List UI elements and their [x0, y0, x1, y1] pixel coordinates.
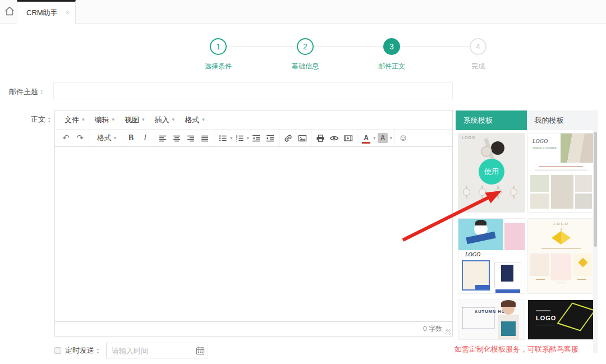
rich-text-editor: 文件 ▾ 编辑 ▾ 视图 ▾ 插入 ▾ 格式 ▾ ↶ ↷ — [54, 110, 453, 337]
menu-view[interactable]: 视图 ▾ — [120, 110, 150, 129]
home-icon — [4, 6, 15, 19]
schedule-checkbox[interactable] — [54, 347, 61, 354]
neon-triangle-graphic — [557, 302, 594, 331]
indent-button[interactable] — [263, 131, 277, 145]
chevron-down-icon[interactable]: ▾ — [373, 136, 376, 141]
chevron-down-icon: ▾ — [142, 117, 145, 122]
bold-button[interactable]: B — [124, 131, 138, 145]
template-logo-text: LOGO — [536, 315, 556, 321]
time-input[interactable] — [106, 343, 208, 358]
background-color-button[interactable]: A — [376, 131, 390, 145]
chevron-down-icon[interactable]: ▾ — [230, 136, 233, 141]
calendar-icon[interactable] — [196, 346, 205, 357]
align-left-button[interactable] — [156, 131, 170, 145]
align-right-button[interactable] — [184, 131, 198, 145]
photo-block — [575, 175, 592, 192]
photo-block — [561, 133, 594, 163]
numbered-list-icon — [236, 134, 244, 142]
step-3-circle: 3 — [383, 38, 400, 55]
chevron-down-icon: ▾ — [82, 117, 85, 122]
photo-block — [536, 279, 545, 280]
template-logo-text: LOGO — [528, 222, 594, 226]
block-format-dropdown[interactable]: 格式 ▾ — [91, 131, 120, 145]
menu-format-label: 格式 — [185, 115, 199, 125]
template-thumb-dark-neon[interactable]: LOGO — [528, 300, 594, 339]
editor-menubar: 文件 ▾ 编辑 ▾ 视图 ▾ 插入 ▾ 格式 ▾ — [55, 110, 452, 129]
image-icon — [298, 134, 307, 142]
tab-system-templates[interactable]: 系统模板 — [456, 110, 527, 130]
undo-button[interactable]: ↶ — [59, 131, 73, 145]
step-connector — [227, 47, 297, 47]
text-color-swatch — [362, 142, 370, 144]
chevron-down-icon: ▾ — [202, 117, 205, 122]
print-button[interactable] — [313, 131, 327, 145]
watch-image — [494, 188, 502, 196]
photo-block — [530, 175, 549, 192]
redo-button[interactable]: ↷ — [73, 131, 87, 145]
insert-media-button[interactable] — [341, 131, 355, 145]
tab-crm-assistant[interactable]: CRM助手 × — [17, 0, 76, 24]
template-thumb-autumn-hot[interactable]: AUTUMN HOT — [458, 300, 525, 339]
schedule-label: 定时发送： — [65, 345, 102, 356]
outdent-button[interactable] — [249, 131, 263, 145]
template-thumb-watches[interactable]: LOGO 使用 — [458, 133, 525, 212]
bullet-list-button[interactable] — [216, 131, 230, 145]
step-3-number: 3 — [389, 42, 394, 51]
italic-button[interactable]: I — [138, 131, 152, 145]
photo-block — [501, 265, 513, 282]
template-panel-tabs: 系统模板 我的模板 — [456, 110, 598, 130]
redo-icon: ↷ — [76, 133, 84, 143]
step-connector — [314, 47, 383, 47]
menu-format[interactable]: 格式 ▾ — [180, 110, 210, 129]
panel-scrollbar-thumb[interactable] — [594, 132, 597, 247]
menu-file[interactable]: 文件 ▾ — [59, 110, 90, 129]
text-color-button[interactable]: A — [359, 131, 373, 145]
indent-icon — [266, 134, 274, 142]
menu-insert-label: 插入 — [155, 115, 169, 125]
watch-image — [481, 146, 492, 157]
align-left-icon — [159, 134, 167, 142]
template-thumb-spring-fashion[interactable]: LOGO SPRING & SUMMER — [528, 133, 594, 212]
align-center-button[interactable] — [170, 131, 184, 145]
photo-block — [577, 279, 586, 280]
browser-tab-bar: CRM助手 × — [0, 0, 606, 24]
watch-image — [479, 188, 486, 196]
step-4-number: 4 — [476, 42, 480, 51]
bullet-list-icon — [219, 134, 227, 142]
align-justify-button[interactable] — [198, 131, 212, 145]
subject-input[interactable] — [53, 82, 453, 99]
menu-edit[interactable]: 编辑 ▾ — [90, 110, 120, 129]
template-logo-text: LOGO — [465, 251, 480, 257]
chevron-down-icon[interactable]: ▾ — [390, 136, 393, 141]
watch-image — [491, 141, 504, 155]
preview-button[interactable] — [327, 131, 341, 145]
link-button[interactable] — [281, 131, 295, 145]
chevron-down-icon: ▾ — [112, 117, 115, 122]
editor-content-area[interactable] — [55, 147, 452, 321]
template-thumb-jewelry[interactable]: LOGO — [528, 219, 594, 293]
resize-grip[interactable] — [446, 329, 451, 335]
photo-block — [495, 289, 520, 293]
menu-insert[interactable]: 插入 ▾ — [150, 110, 180, 129]
step-4-label: 完成 — [456, 62, 501, 71]
smiley-icon: ☺ — [398, 133, 407, 143]
use-template-button[interactable]: 使用 — [479, 159, 504, 185]
menu-file-label: 文件 — [65, 115, 79, 125]
tab-close-icon[interactable]: × — [65, 8, 70, 17]
link-icon — [284, 134, 292, 142]
template-thumb-blue-fashion[interactable]: LOGO — [458, 219, 525, 293]
tab-my-templates[interactable]: 我的模板 — [527, 110, 598, 130]
wizard-stepper: 1 选择条件 2 基础信息 3 邮件正文 4 完成 — [0, 35, 606, 74]
photo-block — [504, 223, 525, 250]
numbered-list-button[interactable] — [233, 131, 247, 145]
template-grid: LOGO 使用 LOGO SPRING & SUMMER — [456, 133, 598, 339]
menu-edit-label: 编辑 — [95, 115, 109, 125]
chevron-down-icon: ▾ — [114, 136, 117, 141]
photo-block — [551, 175, 573, 209]
insert-image-button[interactable] — [295, 131, 309, 145]
template-subtitle-text: SPRING & SUMMER — [532, 147, 557, 150]
menu-view-label: 视图 — [125, 115, 139, 125]
emoticon-button[interactable]: ☺ — [396, 131, 410, 145]
home-button[interactable] — [2, 5, 17, 20]
step-2-circle: 2 — [297, 38, 314, 55]
